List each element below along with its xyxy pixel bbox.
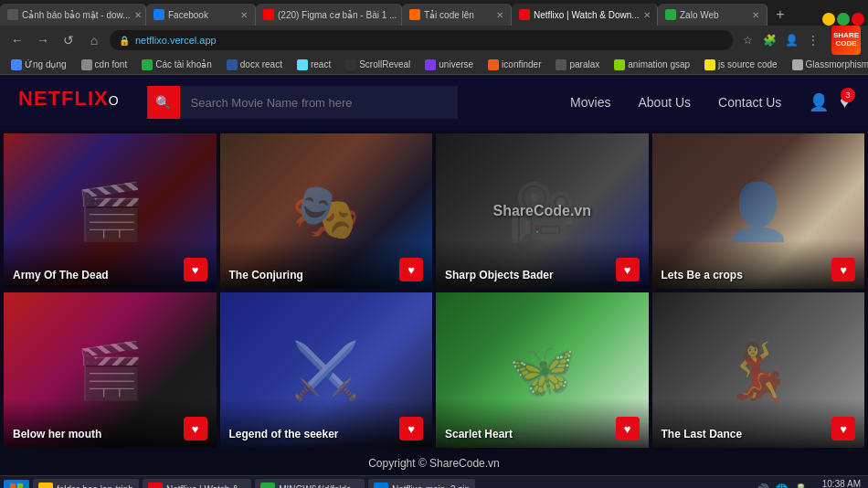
forward-button[interactable]: →	[33, 30, 53, 50]
movie-overlay-8: The Last Dance ♥	[652, 398, 865, 448]
website-content: NETFLIXo 🔍 Movies About Us Contact Us 👤 …	[0, 75, 868, 475]
movie-overlay-4: Lets Be a crops ♥	[652, 239, 865, 289]
docx-icon	[227, 59, 238, 70]
bookmark-universe-label: universe	[439, 59, 473, 69]
start-button[interactable]	[4, 480, 29, 489]
bookmark-docx[interactable]: docx react	[223, 58, 286, 71]
taskbar-zip[interactable]: Netflixo-main_2.zip	[368, 479, 475, 489]
nav-movies[interactable]: Movies	[570, 95, 610, 110]
address-text: netflixo.vercel.app	[135, 35, 217, 46]
tab-5[interactable]: Netflixo | Watch & Down... ✕	[512, 4, 658, 26]
wishlist-icon[interactable]: ♥ 3	[840, 93, 850, 112]
profile-icon[interactable]: 👤	[782, 31, 800, 49]
movie-title-8: The Last Dance	[662, 428, 743, 440]
tab-6-close[interactable]: ✕	[752, 10, 759, 20]
mingw-icon	[260, 483, 275, 489]
movie-card-1[interactable]: 🎬 Army Of The Dead ♥	[4, 133, 217, 289]
movie-card-6[interactable]: ⚔️ Legend of the seeker ♥	[220, 292, 433, 448]
bookmark-apps[interactable]: Ứng dụng	[7, 58, 70, 71]
movie-title-4: Lets Be a crops	[662, 269, 743, 281]
movie-card-2[interactable]: 🎭 The Conjuring ♥	[220, 133, 433, 289]
universe-icon	[425, 59, 436, 70]
tab-5-close[interactable]: ✕	[643, 10, 651, 20]
search-input[interactable]	[180, 86, 458, 119]
sharecode-logo: SHARECODE	[831, 26, 861, 55]
svg-rect-0	[10, 483, 16, 489]
bookmark-scrollreveal[interactable]: ScrollReveal	[342, 58, 414, 71]
scrollreveal-icon	[345, 59, 356, 70]
reload-button[interactable]: ↺	[58, 30, 79, 50]
new-tab-button[interactable]: +	[767, 4, 793, 26]
maximize-button[interactable]	[837, 13, 850, 26]
navbar: NETFLIXo 🔍 Movies About Us Contact Us 👤 …	[0, 75, 868, 130]
bookmark-accounts[interactable]: Các tài khoản	[138, 58, 216, 71]
bookmark-iconfinder[interactable]: iconfinder	[484, 58, 545, 71]
wishlist-btn-6[interactable]: ♥	[399, 417, 423, 440]
tab-6-label: Zalo Web	[680, 10, 719, 20]
tab-3-favicon	[263, 9, 274, 20]
tray-icon-2: 🌐	[775, 483, 789, 489]
taskbar: folder-hoc-lap-trinh Netflixo | Watch &.…	[0, 475, 868, 488]
tab-2[interactable]: Facebook ✕	[146, 4, 256, 26]
windows-logo-icon	[10, 483, 23, 489]
tab-4-close[interactable]: ✕	[496, 10, 503, 20]
movie-card-3[interactable]: 🎥 ShareCode.vn Sharp Objects Bader ♥	[436, 133, 649, 289]
paralax-icon	[556, 59, 566, 70]
tray-icon-1: 🔊	[756, 483, 769, 489]
taskbar-folder[interactable]: folder-hoc-lap-trinh	[33, 479, 139, 489]
nav-about[interactable]: About Us	[638, 95, 691, 110]
taskbar-mingw[interactable]: MINGW64/d/folde...	[255, 479, 365, 489]
bookmark-paralax[interactable]: paralax	[552, 58, 603, 71]
bookmark-react[interactable]: react	[293, 58, 334, 71]
nav-contact[interactable]: Contact Us	[718, 95, 781, 110]
tab-1[interactable]: Cảnh báo bảo mật - dow... ✕	[0, 4, 146, 26]
tab-2-favicon	[153, 9, 164, 20]
movie-grid: 🎬 Army Of The Dead ♥ 🎭 The Conjuring ♥ 🎥…	[0, 130, 868, 451]
bookmark-iconfinder-label: iconfinder	[502, 59, 541, 69]
movie-card-4[interactable]: 👤 Lets Be a crops ♥	[652, 133, 865, 289]
netflixo-taskbar-icon	[148, 483, 163, 489]
bookmark-cdn[interactable]: cdn font	[78, 58, 132, 71]
bookmark-jssource[interactable]: js source code	[701, 58, 780, 71]
wishlist-btn-1[interactable]: ♥	[184, 258, 207, 281]
movie-title-7: Scarlet Heart	[445, 428, 513, 440]
home-button[interactable]: ⌂	[84, 30, 104, 50]
tab-2-close[interactable]: ✕	[240, 10, 248, 20]
wishlist-btn-8[interactable]: ♥	[831, 417, 855, 440]
tab-1-label: Cảnh báo bảo mật - dow...	[22, 10, 131, 20]
wishlist-badge: 3	[841, 88, 855, 102]
system-tray: 🔊 🌐 🔋	[756, 483, 808, 489]
movie-card-5[interactable]: 🎬 Below her mouth ♥	[4, 292, 217, 448]
menu-icon[interactable]: ⋮	[804, 31, 822, 49]
minimize-button[interactable]	[822, 13, 835, 26]
wishlist-btn-7[interactable]: ♥	[616, 417, 640, 440]
wishlist-btn-5[interactable]: ♥	[184, 417, 207, 440]
glassmorphism-icon	[792, 59, 803, 70]
bookmark-glassmorphism[interactable]: Glassmorphism	[789, 58, 868, 71]
tab-1-favicon	[7, 9, 18, 20]
tab-6[interactable]: Zalo Web ✕	[658, 4, 767, 26]
bookmark-universe[interactable]: universe	[421, 58, 477, 71]
wishlist-btn-3[interactable]: ♥	[616, 258, 640, 281]
tab-3[interactable]: (220) Figma cơ bản - Bài 1 ... ✕	[256, 4, 402, 26]
bookmark-gsap[interactable]: animation gsap	[610, 58, 693, 71]
wishlist-btn-2[interactable]: ♥	[399, 258, 423, 281]
bookmarks-bar: Ứng dụng cdn font Các tài khoản docx rea…	[0, 55, 868, 75]
address-bar[interactable]: 🔒 netflixo.vercel.app	[110, 30, 733, 50]
bookmark-scrollreveal-label: ScrollReveal	[359, 59, 410, 69]
movie-card-8[interactable]: 💃 The Last Dance ♥	[652, 292, 865, 448]
bookmark-icon[interactable]: ☆	[738, 31, 757, 49]
search-button[interactable]: 🔍	[147, 86, 180, 119]
back-button[interactable]: ←	[7, 30, 27, 50]
movie-overlay-5: Below her mouth ♥	[4, 398, 217, 448]
taskbar-netflixo[interactable]: Netflixo | Watch &...	[143, 479, 251, 489]
close-button[interactable]	[852, 13, 864, 26]
tab-4-favicon	[409, 9, 420, 20]
bookmark-gsap-label: animation gsap	[628, 59, 690, 69]
extension-icon[interactable]: 🧩	[760, 31, 778, 49]
wishlist-btn-4[interactable]: ♥	[831, 258, 855, 281]
tab-4[interactable]: Tải code lên ✕	[402, 4, 512, 26]
movie-card-7[interactable]: 🦋 Scarlet Heart ♥	[436, 292, 649, 448]
tab-1-close[interactable]: ✕	[134, 10, 142, 20]
user-icon[interactable]: 👤	[809, 92, 829, 112]
